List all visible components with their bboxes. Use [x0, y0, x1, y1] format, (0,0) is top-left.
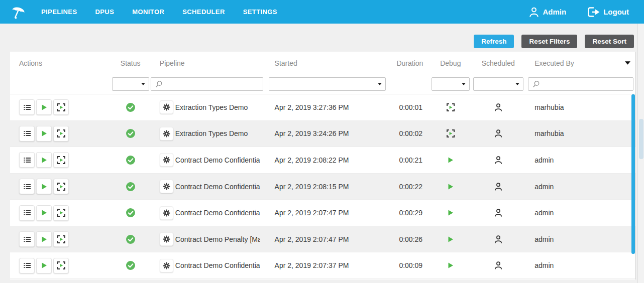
scheduled-filter-select[interactable] [473, 77, 523, 91]
person-icon [493, 155, 503, 165]
header-status[interactable]: Status [111, 59, 151, 67]
status-cell [111, 252, 151, 278]
header-scheduled[interactable]: Scheduled [472, 59, 524, 67]
header-executed-by[interactable]: Executed By [524, 59, 635, 67]
scheduled-cell [472, 252, 524, 278]
admin-user-menu[interactable]: Admin [528, 6, 567, 18]
logout-icon [587, 7, 600, 18]
debug-mode-icon [447, 103, 455, 111]
table-scrollbar-thumb[interactable] [631, 94, 635, 254]
table-row: Contract Demo Confidentiali Apr 2, 2019 … [10, 174, 635, 200]
debug-run-icon [57, 261, 65, 269]
duration-value: 0:00:21 [399, 156, 422, 164]
column-chooser-icon[interactable] [625, 61, 630, 65]
normal-run-icon [447, 262, 454, 269]
debug-run-button[interactable] [53, 99, 69, 115]
pipeline-gear-icon[interactable] [160, 206, 173, 220]
row-menu-button[interactable] [19, 179, 35, 194]
debug-cell [429, 174, 472, 200]
nav-dpus[interactable]: DPUS [95, 8, 115, 16]
status-cell [111, 226, 151, 252]
actions-cell [10, 94, 111, 120]
header-duration[interactable]: Duration [389, 59, 429, 67]
refresh-button[interactable]: Refresh [474, 35, 514, 48]
person-icon [493, 102, 503, 112]
page-scrollbar[interactable] [637, 24, 644, 283]
pipeline-gear-icon[interactable] [160, 259, 173, 272]
started-value: Apr 2, 2019 2:07:47 PM [275, 209, 349, 217]
row-menu-button[interactable] [19, 152, 35, 168]
pipeline-cell: Contract Demo Confidentiali [151, 200, 266, 226]
debug-run-button[interactable] [53, 179, 69, 194]
nav-pipelines[interactable]: PIPELINES [41, 8, 77, 16]
debug-cell [429, 226, 472, 252]
debug-run-icon [57, 235, 65, 243]
debug-run-icon [57, 209, 65, 217]
app-logo-icon[interactable] [9, 3, 27, 21]
pipeline-gear-icon[interactable] [160, 232, 173, 246]
pipeline-name: Extraction Types Demo [175, 103, 248, 111]
pipeline-name: Contract Demo Confidentiali [175, 183, 260, 191]
debug-filter-select[interactable] [432, 77, 470, 91]
pipeline-gear-icon[interactable] [160, 153, 173, 167]
logout-button[interactable]: Logout [587, 7, 629, 18]
nav-scheduler[interactable]: SCHEDULER [182, 8, 225, 16]
started-value: Apr 2, 2019 2:07:47 PM [275, 235, 349, 243]
reset-filters-button[interactable]: Reset Filters [521, 35, 577, 48]
run-pipeline-button[interactable] [36, 99, 52, 115]
run-pipeline-button[interactable] [36, 205, 52, 221]
debug-run-button[interactable] [53, 152, 69, 168]
run-pipeline-button[interactable] [36, 231, 52, 247]
reset-sort-button[interactable]: Reset Sort [585, 35, 634, 48]
list-icon [23, 235, 31, 243]
debug-run-icon [57, 129, 65, 137]
run-pipeline-button[interactable] [36, 152, 52, 168]
executed-by-value: admin [534, 209, 554, 217]
debug-cell [429, 94, 472, 120]
debug-run-button[interactable] [53, 126, 69, 142]
status-success-icon [126, 261, 135, 270]
header-pipeline[interactable]: Pipeline [151, 59, 266, 67]
play-icon [41, 209, 48, 216]
nav-settings[interactable]: SETTINGS [243, 8, 277, 16]
table-filter-row [10, 74, 635, 94]
pipeline-cell: Contract Demo Confidential [151, 252, 266, 278]
header-started[interactable]: Started [266, 59, 389, 67]
debug-run-button[interactable] [53, 205, 69, 221]
normal-run-icon [447, 236, 454, 243]
pipeline-gear-icon[interactable] [160, 100, 173, 114]
debug-cell [429, 147, 472, 173]
row-menu-button[interactable] [19, 126, 35, 142]
duration-value: 0:00:22 [399, 183, 422, 191]
header-actions[interactable]: Actions [10, 59, 111, 67]
row-menu-button[interactable] [19, 99, 35, 115]
started-filter-select[interactable] [269, 77, 386, 91]
pipeline-gear-icon[interactable] [160, 127, 173, 140]
debug-run-button[interactable] [53, 258, 69, 273]
debug-run-icon [57, 103, 65, 111]
row-menu-button[interactable] [19, 205, 35, 221]
person-icon [493, 260, 503, 270]
debug-cell [429, 200, 472, 226]
status-filter-select[interactable] [112, 77, 149, 91]
executed-by-filter-input[interactable] [540, 78, 633, 90]
table-row: Contract Demo Confidential Apr 2, 2019 2… [10, 252, 635, 279]
pipeline-cell: Extraction Types Demo [151, 121, 266, 147]
table-toolbar: Refresh Reset Filters Reset Sort [474, 35, 634, 48]
pipeline-gear-icon[interactable] [160, 180, 173, 193]
normal-run-icon [447, 157, 454, 164]
debug-run-button[interactable] [53, 231, 69, 247]
pipeline-runs-table: Actions Status Pipeline Started Duration… [10, 52, 636, 279]
pipeline-filter-search[interactable] [151, 77, 263, 91]
page-scrollbar-thumb[interactable] [639, 119, 643, 159]
nav-monitor[interactable]: MONITOR [132, 8, 164, 16]
row-menu-button[interactable] [19, 231, 35, 247]
run-pipeline-button[interactable] [36, 179, 52, 194]
run-pipeline-button[interactable] [36, 258, 52, 273]
executed-by-filter-search[interactable] [528, 77, 633, 91]
header-debug[interactable]: Debug [429, 59, 472, 67]
normal-run-icon [447, 183, 454, 190]
pipeline-filter-input[interactable] [163, 78, 263, 90]
run-pipeline-button[interactable] [36, 126, 52, 142]
row-menu-button[interactable] [19, 258, 35, 273]
